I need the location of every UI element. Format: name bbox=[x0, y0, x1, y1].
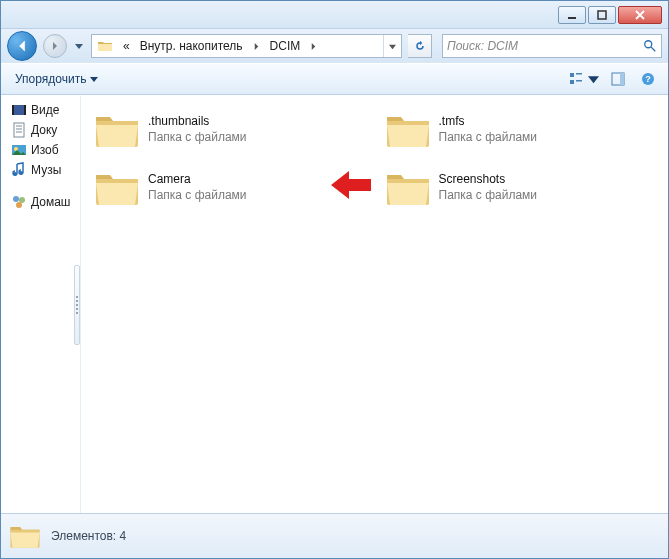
homegroup-icon bbox=[11, 194, 27, 210]
history-dropdown[interactable] bbox=[73, 42, 85, 50]
sidebar-item-documents[interactable]: Доку bbox=[1, 120, 80, 140]
status-text: Элементов: 4 bbox=[51, 529, 126, 543]
folder-item-tmfs[interactable]: .tmfs Папка с файлами bbox=[380, 106, 661, 154]
view-mode-dropdown[interactable] bbox=[588, 68, 600, 90]
music-icon bbox=[11, 162, 27, 178]
close-button[interactable] bbox=[618, 6, 662, 24]
svg-rect-0 bbox=[568, 17, 576, 19]
svg-text:?: ? bbox=[645, 74, 651, 84]
view-mode-button[interactable] bbox=[564, 68, 588, 90]
sidebar-item-music[interactable]: Музы bbox=[1, 160, 80, 180]
folder-icon bbox=[385, 111, 431, 149]
svg-rect-14 bbox=[14, 123, 24, 137]
titlebar bbox=[1, 1, 668, 29]
chevron-down-icon bbox=[90, 75, 98, 83]
organize-label: Упорядочить bbox=[15, 72, 86, 86]
toolbar: Упорядочить bbox=[1, 63, 668, 95]
navigation-pane: Виде Доку Изоб Музы bbox=[1, 96, 81, 513]
folder-item-screenshots[interactable]: Screenshots Папка с файлами bbox=[380, 164, 661, 212]
body: Виде Доку Изоб Музы bbox=[1, 95, 668, 513]
folder-sub: Папка с файлами bbox=[439, 130, 538, 146]
svg-rect-1 bbox=[598, 11, 606, 19]
folder-name: Camera bbox=[148, 172, 247, 188]
address-dropdown[interactable] bbox=[383, 35, 401, 57]
folder-sub: Папка с файлами bbox=[148, 188, 247, 204]
explorer-window: « Внутр. накопитель DCIM Поиск: DCIM bbox=[0, 0, 669, 559]
folder-grid: .thumbnails Папка с файлами .tmfs Папка … bbox=[89, 106, 660, 212]
sidebar-item-pictures[interactable]: Изоб bbox=[1, 140, 80, 160]
navigation-row: « Внутр. накопитель DCIM Поиск: DCIM bbox=[1, 29, 668, 63]
sidebar-item-label: Виде bbox=[31, 103, 59, 117]
maximize-button[interactable] bbox=[588, 6, 616, 24]
forward-button[interactable] bbox=[43, 34, 67, 58]
folder-name: .thumbnails bbox=[148, 114, 247, 130]
sidebar-splitter[interactable] bbox=[74, 265, 80, 345]
folder-sub: Папка с файлами bbox=[148, 130, 247, 146]
address-root-icon[interactable] bbox=[92, 35, 118, 57]
svg-point-18 bbox=[19, 171, 23, 175]
svg-point-2 bbox=[645, 41, 652, 48]
pic-icon bbox=[11, 142, 27, 158]
search-input[interactable]: Поиск: DCIM bbox=[442, 34, 662, 58]
svg-point-20 bbox=[19, 197, 25, 203]
svg-rect-6 bbox=[576, 80, 582, 82]
minimize-button[interactable] bbox=[558, 6, 586, 24]
preview-pane-button[interactable] bbox=[606, 68, 630, 90]
folder-sub: Папка с файлами bbox=[439, 188, 538, 204]
search-placeholder: Поиск: DCIM bbox=[447, 39, 518, 53]
svg-point-19 bbox=[13, 196, 19, 202]
search-icon bbox=[643, 39, 657, 53]
folder-name: Screenshots bbox=[439, 172, 538, 188]
film-icon bbox=[11, 102, 27, 118]
address-segment-label: DCIM bbox=[270, 39, 301, 53]
status-bar: Элементов: 4 bbox=[1, 513, 668, 558]
address-segment-0[interactable]: Внутр. накопитель bbox=[135, 35, 248, 57]
chevron-left-icon[interactable]: « bbox=[118, 35, 135, 57]
folder-name: .tmfs bbox=[439, 114, 538, 130]
folder-item-thumbnails[interactable]: .thumbnails Папка с файлами bbox=[89, 106, 370, 154]
back-button[interactable] bbox=[7, 31, 37, 61]
svg-rect-11 bbox=[12, 105, 26, 115]
content-area: .thumbnails Папка с файлами .tmfs Папка … bbox=[81, 96, 668, 513]
svg-rect-13 bbox=[24, 105, 26, 115]
help-button[interactable]: ? bbox=[636, 68, 660, 90]
sidebar-item-label: Домаш bbox=[31, 195, 71, 209]
svg-rect-5 bbox=[570, 80, 574, 84]
sidebar-item-videos[interactable]: Виде bbox=[1, 100, 80, 120]
folder-item-camera[interactable]: Camera Папка с файлами bbox=[89, 164, 370, 212]
folder-icon bbox=[9, 522, 41, 550]
sidebar-item-label: Изоб bbox=[31, 143, 59, 157]
address-segment-label: Внутр. накопитель bbox=[140, 39, 243, 53]
organize-button[interactable]: Упорядочить bbox=[9, 69, 104, 89]
refresh-button[interactable] bbox=[408, 34, 432, 58]
address-segment-1[interactable]: DCIM bbox=[265, 35, 306, 57]
svg-point-17 bbox=[13, 172, 17, 176]
chevron-right-icon[interactable] bbox=[248, 35, 265, 57]
address-prefix: « bbox=[123, 39, 130, 53]
sidebar-item-label: Музы bbox=[31, 163, 61, 177]
doc-icon bbox=[11, 122, 27, 138]
svg-rect-8 bbox=[620, 73, 624, 85]
sidebar-item-homegroup[interactable]: Домаш bbox=[1, 192, 80, 212]
red-arrow-icon bbox=[331, 171, 371, 199]
svg-rect-3 bbox=[570, 73, 574, 77]
address-bar[interactable]: « Внутр. накопитель DCIM bbox=[91, 34, 402, 58]
svg-point-16 bbox=[14, 147, 18, 151]
chevron-right-icon[interactable] bbox=[305, 35, 322, 57]
svg-rect-4 bbox=[576, 73, 582, 75]
folder-icon bbox=[94, 169, 140, 207]
folder-icon bbox=[94, 111, 140, 149]
sidebar-item-label: Доку bbox=[31, 123, 57, 137]
svg-point-21 bbox=[16, 202, 22, 208]
svg-rect-12 bbox=[12, 105, 14, 115]
folder-icon bbox=[385, 169, 431, 207]
